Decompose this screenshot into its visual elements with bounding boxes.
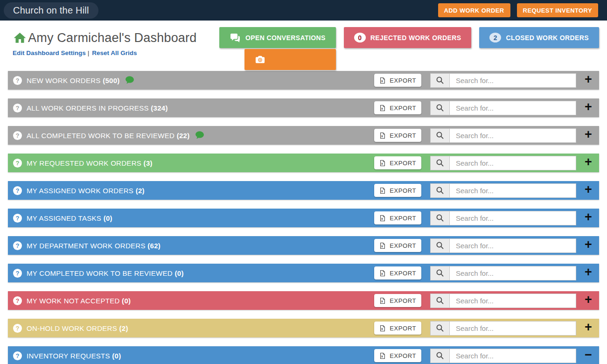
help-icon[interactable]: ?	[13, 296, 22, 305]
chat-bubble-icon[interactable]	[125, 75, 135, 85]
export-button[interactable]: x EXPORT	[374, 74, 421, 87]
expand-toggle-button[interactable]: +	[582, 101, 594, 115]
expand-toggle-button[interactable]: +	[582, 128, 594, 142]
grid-row-title: NEW WORK ORDERS (500)	[27, 77, 120, 84]
search-icon-button[interactable]	[431, 349, 450, 363]
export-button[interactable]: x EXPORT	[374, 239, 421, 252]
help-icon[interactable]: ?	[13, 131, 22, 140]
help-icon[interactable]: ?	[13, 214, 22, 223]
open-conversations-button[interactable]: OPEN CONVERSATIONS	[219, 27, 336, 48]
expand-toggle-button[interactable]: +	[582, 294, 594, 308]
excel-file-icon: x	[379, 105, 386, 112]
help-icon[interactable]: ?	[13, 104, 22, 112]
export-button[interactable]: x EXPORT	[374, 349, 421, 362]
grid-row: ? NEW WORK ORDERS (500) x EXPORT	[8, 71, 599, 90]
closed-work-orders-button[interactable]: 2 CLOSED WORK ORDERS	[479, 27, 599, 48]
expand-toggle-button[interactable]: −	[582, 349, 594, 363]
search-icon-button[interactable]	[431, 156, 450, 170]
help-icon[interactable]: ?	[13, 269, 22, 278]
svg-text:x: x	[381, 245, 383, 248]
svg-text:x: x	[381, 162, 383, 165]
help-icon[interactable]: ?	[13, 186, 22, 195]
export-button[interactable]: x EXPORT	[374, 322, 421, 335]
help-icon[interactable]: ?	[13, 241, 22, 250]
expand-toggle-button[interactable]: +	[582, 156, 594, 170]
search-input[interactable]	[450, 101, 576, 115]
link-separator: |	[88, 49, 90, 56]
rejected-count-badge: 0	[354, 33, 366, 42]
export-button[interactable]: x EXPORT	[374, 211, 421, 224]
page-title: Amy Carmichael's Dashboard	[28, 31, 197, 45]
camera-icon	[255, 54, 265, 65]
help-icon[interactable]: ?	[13, 76, 22, 85]
search-icon-button[interactable]	[431, 239, 450, 252]
grid-row-title: MY ASSIGNED TASKS (0)	[27, 214, 112, 222]
export-button[interactable]: x EXPORT	[374, 156, 421, 169]
rejected-work-orders-button[interactable]: 0 REJECTED WORK ORDERS	[344, 27, 472, 48]
search-icon-button[interactable]	[431, 129, 450, 142]
export-button[interactable]: x EXPORT	[374, 266, 421, 280]
search-icon-button[interactable]	[431, 74, 450, 87]
search-icon-button[interactable]	[431, 184, 450, 197]
expand-toggle-button[interactable]: +	[582, 266, 594, 280]
chat-bubble-icon[interactable]	[195, 130, 205, 140]
svg-text:x: x	[381, 107, 383, 110]
search-input[interactable]	[450, 266, 576, 280]
expand-toggle-button[interactable]: +	[582, 73, 594, 87]
grid-row: ? MY REQUESTED WORK ORDERS (3) x EXPORT	[8, 154, 599, 172]
search-icon-button[interactable]	[431, 211, 450, 225]
grid-row: ? MY WORK NOT ACCEPTED (0) x EXPORT	[8, 291, 599, 310]
export-button[interactable]: x EXPORT	[374, 184, 421, 197]
search-input[interactable]	[450, 349, 576, 363]
search-icon-button[interactable]	[431, 101, 450, 115]
help-icon[interactable]: ?	[13, 324, 22, 333]
grid-row: ? ALL COMPLETED WORK TO BE REVIEWED (22)…	[8, 126, 599, 145]
search-input[interactable]	[450, 211, 576, 225]
export-button[interactable]: x EXPORT	[374, 129, 421, 142]
reset-all-grids-link[interactable]: Reset All Grids	[92, 49, 137, 56]
export-button[interactable]: x EXPORT	[374, 101, 421, 114]
conversation-button-column: OPEN CONVERSATIONS SCAN BARCODE	[219, 27, 336, 70]
grid-row-title: ON-HOLD WORK ORDERS (2)	[27, 324, 128, 332]
search-input[interactable]	[450, 74, 576, 87]
export-label: EXPORT	[390, 105, 416, 112]
add-work-order-button[interactable]: ADD WORK ORDER	[438, 3, 510, 17]
export-label: EXPORT	[390, 187, 416, 194]
export-label: EXPORT	[390, 270, 416, 277]
open-conversations-label: OPEN CONVERSATIONS	[245, 34, 326, 42]
help-icon[interactable]: ?	[13, 159, 22, 168]
help-icon[interactable]: ?	[13, 351, 22, 360]
expand-toggle-button[interactable]: +	[582, 321, 594, 335]
edit-dashboard-settings-link[interactable]: Edit Dashboard Settings	[13, 49, 86, 56]
scan-barcode-button[interactable]: SCAN BARCODE	[244, 49, 336, 70]
search-input[interactable]	[450, 294, 576, 308]
svg-text:x: x	[381, 189, 383, 193]
search-icon-button[interactable]	[431, 294, 450, 308]
search-group	[430, 156, 576, 170]
excel-file-icon: x	[379, 187, 386, 194]
expand-toggle-button[interactable]: +	[582, 238, 594, 252]
grid-row-title: ALL WORK ORDERS IN PROGRESS (324)	[27, 104, 168, 112]
search-icon-button[interactable]	[431, 322, 450, 335]
request-inventory-button[interactable]: REQUEST INVENTORY	[517, 3, 598, 17]
grid-row-title: MY REQUESTED WORK ORDERS (3)	[27, 159, 153, 167]
search-group	[430, 183, 576, 198]
svg-text:x: x	[381, 134, 383, 138]
grid-row-title: MY ASSIGNED WORK ORDERS (2)	[27, 187, 145, 195]
search-input[interactable]	[450, 129, 576, 142]
export-button[interactable]: x EXPORT	[374, 294, 421, 307]
search-input[interactable]	[450, 184, 576, 197]
search-group	[430, 101, 576, 115]
export-label: EXPORT	[390, 352, 416, 359]
excel-file-icon: x	[379, 352, 386, 359]
search-icon-button[interactable]	[431, 266, 450, 280]
svg-text:x: x	[381, 272, 383, 275]
export-label: EXPORT	[390, 297, 416, 304]
export-label: EXPORT	[390, 160, 416, 167]
expand-toggle-button[interactable]: +	[582, 211, 594, 225]
search-input[interactable]	[450, 322, 576, 335]
search-input[interactable]	[450, 239, 576, 252]
expand-toggle-button[interactable]: +	[582, 183, 594, 197]
brand-title: Church on the Hill	[4, 2, 98, 19]
search-input[interactable]	[450, 156, 576, 170]
